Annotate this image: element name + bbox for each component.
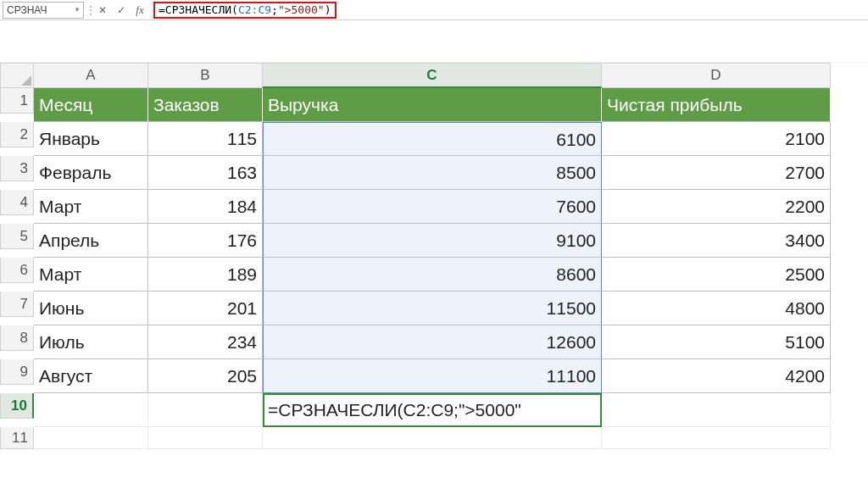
cancel-button[interactable]: ✕ (94, 2, 111, 19)
row-header[interactable]: 11 (0, 427, 34, 449)
col-header-D[interactable]: D (602, 63, 831, 88)
row-header[interactable]: 5 (0, 224, 34, 249)
cell-C10-editing[interactable]: =СРЗНАЧЕСЛИ(C2:C9;">5000" (263, 393, 602, 427)
col-header-B[interactable]: B (148, 63, 263, 88)
name-box[interactable]: СРЗНАЧ ▼ (3, 2, 84, 19)
formula-str: ">5000" (278, 3, 325, 16)
cell-B9[interactable]: 205 (148, 359, 263, 393)
cell-C3[interactable]: 8500 (263, 156, 602, 190)
formula-bar: СРЗНАЧ ▼ ⋮ ✕ ✓ fx =СРЗНАЧЕСЛИ(C2:C9;">50… (0, 0, 868, 20)
cell-A10[interactable] (34, 393, 148, 427)
row-header[interactable]: 8 (0, 325, 34, 351)
cell-D2[interactable]: 2100 (602, 122, 831, 156)
cell-A2[interactable]: Январь (34, 122, 148, 156)
cell-C2[interactable]: 6100 (263, 122, 602, 156)
cell-D8[interactable]: 5100 (602, 325, 831, 359)
insert-function-button[interactable]: fx (131, 2, 148, 19)
formula-input[interactable]: =СРЗНАЧЕСЛИ(C2:C9;">5000") (153, 2, 337, 19)
cell-B6[interactable]: 189 (148, 258, 263, 292)
cell-B3[interactable]: 163 (148, 156, 263, 190)
cell-A6[interactable]: Март (34, 258, 148, 292)
cell-C9[interactable]: 11100 (263, 359, 602, 393)
cell-C11[interactable] (263, 427, 602, 449)
formula-suffix: ) (325, 3, 331, 16)
cell-D5[interactable]: 3400 (602, 224, 831, 258)
cell-D4[interactable]: 2200 (602, 190, 831, 224)
separator: ⋮ (86, 4, 92, 16)
col-header-A[interactable]: A (34, 63, 148, 88)
row-header[interactable]: 4 (0, 190, 34, 215)
cell-D11[interactable] (602, 427, 831, 449)
row-header[interactable]: 7 (0, 292, 34, 317)
cell-C8[interactable]: 12600 (263, 325, 602, 359)
row-header[interactable]: 9 (0, 359, 34, 385)
name-box-dropdown-icon[interactable]: ▼ (71, 6, 83, 14)
cell-B4[interactable]: 184 (148, 190, 263, 224)
formula-prefix: =СРЗНАЧЕСЛИ( (159, 3, 238, 16)
row-header[interactable]: 6 (0, 258, 34, 283)
cell-C1[interactable]: Выручка (263, 88, 602, 122)
formula-sep: ; (271, 3, 278, 16)
select-all-corner[interactable] (0, 63, 34, 88)
cell-D10[interactable] (602, 393, 831, 427)
cell-C4[interactable]: 7600 (263, 190, 602, 224)
cell-B5[interactable]: 176 (148, 224, 263, 258)
cell-A1[interactable]: Месяц (34, 88, 148, 122)
cell-B7[interactable]: 201 (148, 292, 263, 325)
cell-B10[interactable] (148, 393, 263, 427)
cell-A5[interactable]: Апрель (34, 224, 148, 258)
cell-A11[interactable] (34, 427, 148, 449)
cell-D7[interactable]: 4800 (602, 292, 831, 325)
row-header[interactable]: 1 (0, 88, 34, 114)
cell-D3[interactable]: 2700 (602, 156, 831, 190)
col-header-C[interactable]: C (263, 63, 602, 88)
name-box-value: СРЗНАЧ (3, 4, 71, 16)
cell-A8[interactable]: Июль (34, 325, 148, 359)
cell-D9[interactable]: 4200 (602, 359, 831, 393)
formula-ref: C2:C9 (238, 3, 271, 16)
cell-A9[interactable]: Август (34, 359, 148, 393)
cell-A4[interactable]: Март (34, 190, 148, 224)
cell-C5[interactable]: 9100 (263, 224, 602, 258)
row-header[interactable]: 2 (0, 122, 34, 147)
cell-D6[interactable]: 2500 (602, 258, 831, 292)
cell-B2[interactable]: 115 (148, 122, 263, 156)
cell-B8[interactable]: 234 (148, 325, 263, 359)
enter-button[interactable]: ✓ (113, 2, 130, 19)
row-header[interactable]: 10 (0, 393, 34, 419)
cell-D1[interactable]: Чистая прибыль (602, 88, 831, 122)
cell-C6[interactable]: 8600 (263, 258, 602, 292)
cell-C7[interactable]: 11500 (263, 292, 602, 325)
cell-A7[interactable]: Июнь (34, 292, 148, 325)
row-header[interactable]: 3 (0, 156, 34, 181)
cell-A3[interactable]: Февраль (34, 156, 148, 190)
cell-B1[interactable]: Заказов (148, 88, 263, 122)
spreadsheet-grid[interactable]: A B C D 1 Месяц Заказов Выручка Чистая п… (0, 63, 868, 449)
ribbon-placeholder (0, 20, 868, 63)
cell-B11[interactable] (148, 427, 263, 449)
